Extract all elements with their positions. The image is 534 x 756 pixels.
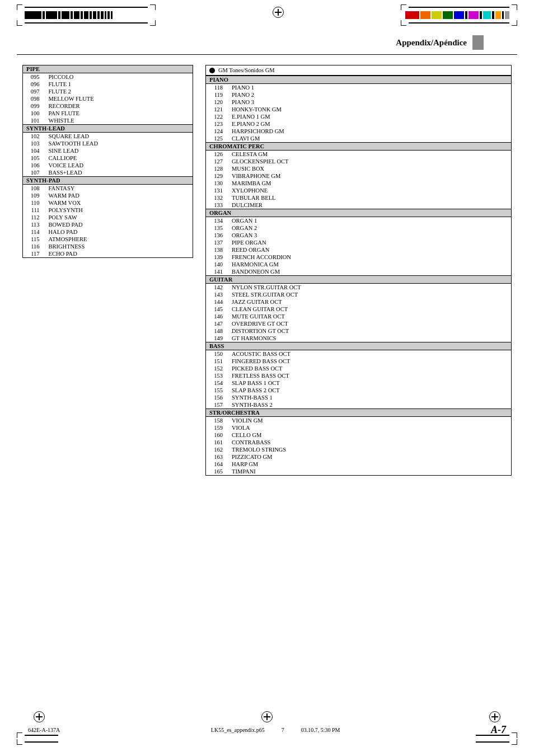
item-number: 154 (206, 379, 228, 387)
item-number: 163 (206, 453, 228, 461)
color-bar-yellow (432, 11, 442, 19)
deco-bar-9 (84, 11, 88, 19)
item-name: PICCOLO (45, 73, 193, 81)
item-number: 143 (206, 291, 228, 298)
item-number: 157 (206, 401, 228, 409)
item-number: 115 (23, 236, 45, 243)
list-item: 097FLUTE 2 (23, 88, 193, 95)
bottom-deco-tl (17, 732, 22, 738)
list-item: 100PAN FLUTE (23, 110, 193, 117)
list-item: 133DULCIMER (206, 201, 511, 209)
item-name: WHISTLE (45, 117, 193, 125)
list-item: 161CONTRABASS (206, 439, 511, 446)
item-name: SLAP BASS 1 OCT (228, 379, 511, 387)
item-number: 095 (23, 73, 45, 81)
item-number: 100 (23, 110, 45, 117)
item-number: 134 (206, 217, 228, 225)
crosshair-bottom-right (489, 711, 500, 722)
item-name: ECHO PAD (45, 250, 193, 258)
section-header-cell: STR/ORCHESTRA (206, 409, 511, 417)
item-name: GLOCKENSPIEL OCT (228, 158, 511, 165)
deco-bar-2 (43, 11, 45, 19)
item-name: ORGAN 1 (228, 217, 511, 225)
item-name: VIOLIN GM (228, 417, 511, 425)
item-name: FLUTE 2 (45, 88, 193, 95)
item-number: 114 (23, 228, 45, 236)
list-item: 136ORGAN 3 (206, 232, 511, 239)
list-item: 098MELLOW FLUTE (23, 95, 193, 102)
item-name: VOICE LEAD (45, 162, 193, 169)
item-number: 099 (23, 102, 45, 110)
list-item: 126CELESTA GM (206, 151, 511, 158)
section-header-cell: BASS (206, 342, 511, 350)
list-item: 131XYLOPHONE (206, 187, 511, 194)
item-name: POLY SAW (45, 214, 193, 221)
crosshair-bl-v (39, 713, 40, 720)
list-item: 122E.PIANO 1 GM (206, 113, 511, 120)
left-section: PIPE095PICCOLO096FLUTE 1097FLUTE 2098MEL… (22, 65, 193, 476)
item-name: POLYSYNTH (45, 206, 193, 214)
list-item: 119PIANO 2 (206, 91, 511, 98)
item-number: 129 (206, 172, 228, 180)
deco-bar-8 (81, 11, 83, 19)
color-bar-cyan (483, 11, 491, 19)
list-item: 116BRIGHTNESS (23, 243, 193, 250)
item-name: PIANO 3 (228, 98, 511, 106)
item-name: MELLOW FLUTE (45, 95, 193, 102)
item-name: OVERDRIVE GT OCT (228, 320, 511, 327)
item-number: 110 (23, 199, 45, 206)
section-header-cell: SYNTH-PAD (23, 177, 193, 185)
bottom-line-2 (25, 741, 58, 743)
item-name: HONKY-TONK GM (228, 106, 511, 113)
item-number: 132 (206, 194, 228, 201)
list-item: 139FRENCH ACCORDION (206, 253, 511, 261)
item-number: 101 (23, 117, 45, 125)
list-item: 145CLEAN GUITAR OCT (206, 306, 511, 313)
item-name: REED ORGAN (228, 246, 511, 253)
bottom-line-right (409, 22, 509, 24)
item-number: 116 (23, 243, 45, 250)
list-item: 124HARPSICHORD GM (206, 128, 511, 135)
item-number: 096 (23, 81, 45, 88)
item-name: PAN FLUTE (45, 110, 193, 117)
list-item: 162TREMOLO STRINGS (206, 446, 511, 453)
deco-bar-7 (74, 11, 79, 19)
item-number: 152 (206, 365, 228, 372)
color-bar-purple (469, 11, 479, 19)
item-name: XYLOPHONE (228, 187, 511, 194)
item-name: VIBRAPHONE GM (228, 172, 511, 180)
list-item: 135ORGAN 2 (206, 224, 511, 232)
item-name: TUBULAR BELL (228, 194, 511, 201)
list-item: 110WARM VOX (23, 199, 193, 206)
color-bar-orange (420, 11, 430, 19)
bottom-deco-tr (512, 732, 517, 738)
bottom-line-4 (476, 741, 509, 743)
item-name: FLUTE 1 (45, 81, 193, 88)
item-name: NYLON STR.GUITAR OCT (228, 284, 511, 292)
crosshair-bottom-left (34, 711, 45, 722)
list-item: 108FANTASY (23, 185, 193, 192)
item-name: CLEAN GUITAR OCT (228, 306, 511, 313)
item-number: 104 (23, 147, 45, 154)
item-number: 102 (23, 133, 45, 140)
list-item: 138REED ORGAN (206, 246, 511, 253)
right-data-table: PIANO118PIANO 1119PIANO 2120PIANO 3121HO… (206, 76, 511, 475)
item-number: 106 (23, 162, 45, 169)
deco-bar-3 (46, 11, 57, 19)
list-item: 127GLOCKENSPIEL OCT (206, 158, 511, 165)
crosshair-bc-v (266, 713, 268, 720)
item-name: HARPSICHORD GM (228, 128, 511, 135)
list-item: 142NYLON STR.GUITAR OCT (206, 284, 511, 292)
list-item: 153FRETLESS BASS OCT (206, 372, 511, 379)
item-name: MUSIC BOX (228, 165, 511, 172)
corner-mark-bl (17, 20, 22, 26)
item-name: FRETLESS BASS OCT (228, 372, 511, 379)
list-item: 101WHISTLE (23, 117, 193, 125)
list-item: 112POLY SAW (23, 214, 193, 221)
item-name: BRIGHTNESS (45, 243, 193, 250)
list-item: 148DISTORTION GT OCT (206, 327, 511, 335)
color-bar-green (443, 11, 453, 19)
list-item: 156SYNTH-BASS 1 (206, 394, 511, 401)
section-header-row: CHROMATIC PERC (206, 143, 511, 151)
item-name: ORGAN 3 (228, 232, 511, 239)
